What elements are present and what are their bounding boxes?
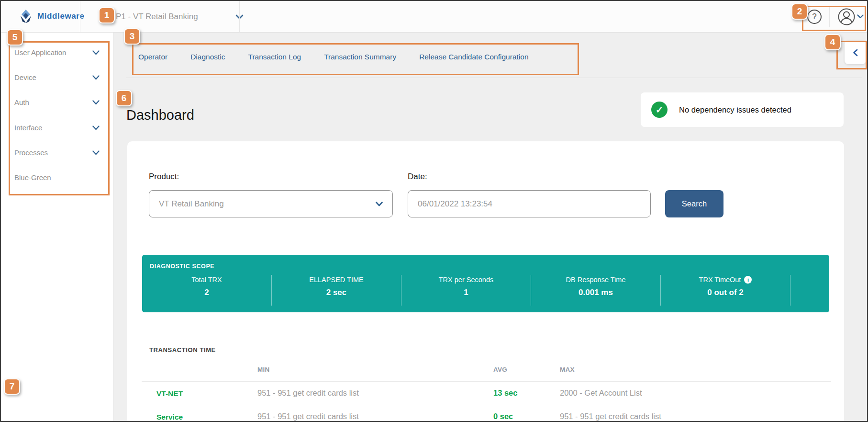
stat-total-trx: Total TRX 2: [142, 275, 272, 306]
table-row-service: Service 951 - 951 get credit cards list …: [142, 405, 831, 422]
stat-value: 2: [142, 288, 271, 297]
sidebar-item-device[interactable]: Device: [14, 73, 100, 81]
sidebar-item-auth[interactable]: Auth: [14, 98, 100, 106]
tab-release-candidate-configuration[interactable]: Release Candidate Configuration: [419, 53, 528, 61]
callout-6: 6: [116, 90, 132, 106]
callout-5: 5: [7, 29, 23, 46]
date-input-value: 06/01/2022 13:23:54: [418, 199, 492, 209]
transaction-time-table: MIN AVG MAX VT-NET 951 - 951 get credit …: [142, 359, 831, 422]
brand-name: Middleware: [37, 11, 85, 21]
stat-label: DB Response Time: [531, 276, 660, 284]
row-min-value: 951 - 951 get credit cards list: [257, 388, 359, 398]
chevron-down-icon: [376, 202, 383, 206]
sidebar-collapse-button[interactable]: [845, 41, 866, 64]
page-title: Dashboard: [126, 107, 194, 123]
sidebar-item-user-application[interactable]: User Application: [14, 48, 100, 57]
middleware-dashboard-screen: Middleware P1 - VT Retail Banking ?: [0, 0, 868, 422]
sidebar-item-label: Interface: [14, 124, 42, 132]
sidebar-item-label: Auth: [14, 98, 29, 106]
stat-trx-timeout: TRX TimeOuti 0 out of 2: [661, 275, 790, 306]
date-input[interactable]: 06/01/2022 13:23:54: [408, 190, 651, 217]
tab-operator[interactable]: Operator: [138, 53, 167, 61]
diagnostic-scope-stats: Total TRX 2 ELLAPSED TIME 2 sec TRX per …: [142, 275, 790, 306]
stat-label: TRX per Seconds: [401, 276, 531, 284]
left-sidebar: User Application Device Auth Interface P…: [1, 33, 113, 421]
sidebar-item-blue-green[interactable]: Blue-Green: [14, 173, 100, 182]
column-header-avg: AVG: [493, 366, 507, 373]
chevron-down-icon: [92, 75, 100, 80]
sidebar-item-label: Blue-Green: [14, 173, 51, 182]
stat-label: ELLAPSED TIME: [272, 276, 401, 284]
stat-value: 0 out of 2: [661, 288, 790, 297]
callout-4: 4: [824, 34, 841, 50]
row-max-value: 951 - 951 get credit cards list: [560, 412, 661, 421]
dependency-status-card: ✓ No dependency issues detected: [641, 92, 844, 127]
tab-transaction-summary[interactable]: Transaction Summary: [324, 53, 396, 61]
environment-dropdown-value: P1 - VT Retail Banking: [116, 12, 198, 22]
chevron-down-icon: [92, 125, 100, 130]
success-check-icon: ✓: [651, 102, 668, 118]
row-avg-value: 0 sec: [493, 412, 513, 421]
date-label: Date:: [408, 172, 427, 182]
chevron-down-icon: [92, 150, 100, 155]
user-avatar-icon[interactable]: [837, 8, 856, 26]
dependency-status-text: No dependency issues detected: [679, 105, 791, 114]
chevron-down-icon: [92, 50, 100, 55]
row-name: VT-NET: [156, 389, 183, 398]
table-header-row: MIN AVG MAX: [142, 359, 831, 381]
tab-bar: Operator Diagnostic Transaction Log Tran…: [138, 53, 529, 61]
chevron-down-icon: [92, 100, 100, 105]
header-divider: [80, 1, 80, 32]
stat-db-response-time: DB Response Time 0.001 ms: [531, 275, 661, 306]
column-header-max: MAX: [560, 366, 575, 373]
content-top-divider: [126, 78, 862, 78]
stat-trx-per-seconds: TRX per Seconds 1: [401, 275, 531, 306]
row-max-value: 2000 - Get Account List: [560, 388, 642, 398]
search-button[interactable]: Search: [665, 190, 723, 217]
transaction-time-title: TRANSACTION TIME: [149, 346, 216, 354]
header-icons-divider: [829, 6, 830, 27]
info-icon[interactable]: i: [744, 276, 752, 284]
brand-logo-group: Middleware: [19, 9, 85, 23]
callout-7: 7: [4, 378, 20, 395]
tab-transaction-log[interactable]: Transaction Log: [248, 53, 301, 61]
help-icon[interactable]: ?: [807, 10, 822, 24]
sidebar-item-processes[interactable]: Processes: [14, 148, 100, 157]
header-divider: [239, 1, 240, 32]
product-select[interactable]: VT Retail Banking: [149, 190, 393, 217]
product-select-value: VT Retail Banking: [159, 199, 224, 209]
middleware-logo-icon: [19, 9, 33, 23]
user-menu-chevron-down-icon[interactable]: [857, 14, 864, 19]
stat-ellapsed-time: ELLAPSED TIME 2 sec: [272, 275, 401, 306]
row-min-value: 951 - 951 get credit cards list: [257, 412, 359, 421]
diagnostic-scope-panel: DIAGNOSTIC SCOPE Total TRX 2 ELLAPSED TI…: [142, 255, 829, 312]
stat-value: 0.001 ms: [531, 288, 660, 297]
stat-label: Total TRX: [142, 276, 271, 284]
product-label: Product:: [149, 172, 179, 182]
sidebar-item-label: Processes: [14, 148, 48, 157]
dashboard-main-card: Product: VT Retail Banking Date: 06/01/2…: [127, 141, 844, 422]
diagnostic-scope-title: DIAGNOSTIC SCOPE: [150, 263, 214, 270]
stat-value: 2 sec: [272, 288, 401, 297]
row-name: Service: [156, 413, 183, 422]
column-header-min: MIN: [257, 366, 270, 373]
stat-value: 1: [401, 288, 531, 297]
row-avg-value: 13 sec: [493, 388, 517, 398]
chevron-left-icon: [853, 49, 858, 57]
callout-1: 1: [99, 7, 115, 23]
sidebar-item-label: User Application: [14, 48, 66, 57]
callout-2: 2: [791, 3, 808, 20]
stat-label: TRX TimeOut: [699, 276, 741, 284]
callout-3: 3: [124, 28, 140, 45]
sidebar-item-interface[interactable]: Interface: [14, 124, 100, 132]
table-row-vt-net: VT-NET 951 - 951 get credit cards list 1…: [142, 381, 831, 405]
tab-diagnostic[interactable]: Diagnostic: [190, 53, 225, 61]
sidebar-item-label: Device: [14, 73, 36, 81]
